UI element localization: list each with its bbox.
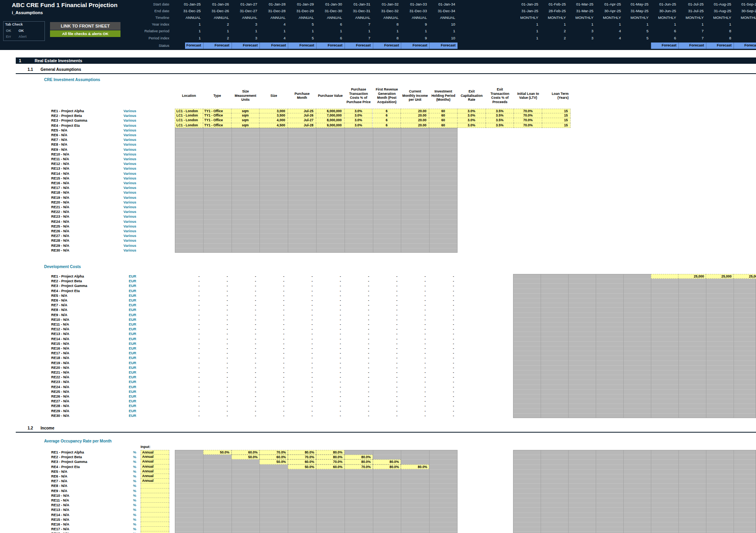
cre-value-cell[interactable]: Jul-28 bbox=[288, 123, 316, 128]
occupancy-value-cell[interactable]: 50.0% bbox=[203, 450, 232, 455]
cre-value-cell[interactable]: 7,000,000 bbox=[316, 113, 345, 118]
cre-value-cell[interactable]: Jul-25 bbox=[288, 109, 316, 113]
cre-value-cell[interactable]: 3.0% bbox=[458, 118, 486, 123]
cre-value-cell[interactable]: 60 bbox=[429, 118, 458, 123]
dev-cost-annual-cell: - bbox=[345, 389, 373, 394]
occupancy-value-cell[interactable]: 80.0% bbox=[401, 465, 429, 469]
cre-value-cell[interactable]: 20.00 bbox=[401, 118, 429, 123]
cre-value-cell[interactable]: 20.00 bbox=[401, 109, 429, 113]
cre-value-cell[interactable]: 3.0% bbox=[345, 113, 373, 118]
occupancy-input-cell[interactable]: Annual bbox=[141, 450, 169, 455]
cre-value-cell[interactable]: 9,000,000 bbox=[316, 123, 345, 128]
cre-value-cell[interactable]: 8,000,000 bbox=[316, 118, 345, 123]
cre-value-cell[interactable]: 60 bbox=[429, 109, 458, 113]
occupancy-value-cell[interactable]: 80.0% bbox=[316, 455, 345, 459]
tab-check-ok-value: OK bbox=[19, 29, 24, 33]
occupancy-value-cell[interactable]: 80.0% bbox=[373, 465, 401, 469]
cre-value-cell[interactable]: 15 bbox=[542, 123, 571, 128]
cre-value-cell[interactable]: 6 bbox=[373, 113, 401, 118]
cre-value-cell[interactable]: 70.0% bbox=[514, 109, 542, 113]
cre-value-cell[interactable]: 6 bbox=[373, 109, 401, 113]
occupancy-value-cell[interactable]: 80.0% bbox=[345, 455, 373, 459]
cre-value-cell[interactable]: 3,500 bbox=[259, 113, 288, 118]
cre-value-cell[interactable]: 3.0% bbox=[458, 123, 486, 128]
occupancy-input-cell[interactable] bbox=[141, 531, 169, 533]
occupancy-input-cell[interactable] bbox=[141, 498, 169, 503]
occupancy-value-cell[interactable]: 70.0% bbox=[288, 455, 316, 459]
cre-value-cell[interactable]: 3,000 bbox=[259, 109, 288, 113]
occupancy-input-cell[interactable]: Annual bbox=[141, 455, 169, 459]
occupancy-input-cell[interactable]: Annual bbox=[141, 459, 169, 464]
occupancy-input-cell[interactable] bbox=[141, 517, 169, 522]
occupancy-value-cell[interactable]: 60.0% bbox=[288, 459, 316, 464]
cre-value-cell[interactable]: 15 bbox=[542, 113, 571, 118]
cre-value-cell[interactable]: 3.0% bbox=[458, 113, 486, 118]
occupancy-value-cell[interactable]: 50.0% bbox=[288, 465, 316, 469]
occupancy-value-cell[interactable]: 80.0% bbox=[316, 450, 345, 455]
cre-value-cell[interactable]: 6,000,000 bbox=[316, 109, 345, 113]
cre-value-cell[interactable]: TY1 - Office bbox=[203, 118, 232, 123]
cre-value-cell[interactable]: 70.0% bbox=[514, 113, 542, 118]
occupancy-input-cell[interactable] bbox=[141, 527, 169, 531]
occupancy-value-cell[interactable]: 70.0% bbox=[259, 450, 288, 455]
occupancy-input-cell[interactable] bbox=[141, 507, 169, 512]
cre-value-cell[interactable]: Jul-27 bbox=[288, 118, 316, 123]
cre-value-cell[interactable]: LC1 - London bbox=[175, 118, 203, 123]
occupancy-input-cell[interactable] bbox=[141, 522, 169, 527]
occupancy-value-cell[interactable]: 70.0% bbox=[316, 459, 345, 464]
dev-cost-input-cell[interactable]: 25,000 bbox=[678, 274, 706, 279]
cre-value-cell[interactable]: TY1 - Office bbox=[203, 123, 232, 128]
occupancy-input-cell[interactable]: Annual bbox=[141, 474, 169, 479]
cre-value-cell[interactable]: 3.5% bbox=[486, 123, 514, 128]
cre-value-cell[interactable]: 3.5% bbox=[486, 118, 514, 123]
cre-value-cell[interactable]: sqm bbox=[232, 123, 260, 128]
occupancy-value-cell[interactable]: 50.0% bbox=[259, 459, 288, 464]
occupancy-value-cell[interactable]: 60.0% bbox=[316, 465, 345, 469]
occupancy-input-cell[interactable] bbox=[141, 489, 169, 493]
occupancy-value-cell[interactable]: 60.0% bbox=[259, 455, 288, 459]
cre-value-cell[interactable]: 20.00 bbox=[401, 123, 429, 128]
cre-value-cell[interactable]: 60 bbox=[429, 123, 458, 128]
cre-value-cell[interactable]: 15 bbox=[542, 109, 571, 113]
cre-value-cell[interactable]: 70.0% bbox=[514, 123, 542, 128]
cre-value-cell[interactable]: 6 bbox=[373, 118, 401, 123]
cre-value-cell[interactable]: 3.0% bbox=[345, 123, 373, 128]
cre-value-cell[interactable]: 6 bbox=[373, 123, 401, 128]
occupancy-input-cell[interactable]: Annual bbox=[141, 465, 169, 469]
occupancy-value-cell[interactable]: 70.0% bbox=[345, 465, 373, 469]
dev-cost-input-cell[interactable]: 25,000 bbox=[734, 274, 756, 279]
cre-value-cell[interactable]: 3.0% bbox=[458, 109, 486, 113]
occupancy-value-cell[interactable]: 80.0% bbox=[345, 459, 373, 464]
cre-value-cell[interactable]: LC1 - London bbox=[175, 113, 203, 118]
occupancy-value-cell[interactable]: 80.0% bbox=[373, 459, 401, 464]
cre-value-cell[interactable]: TY1 - Office bbox=[203, 109, 232, 113]
occupancy-input-cell[interactable]: Annual bbox=[141, 479, 169, 483]
cre-value-cell[interactable]: sqm bbox=[232, 118, 260, 123]
cre-value-cell[interactable]: sqm bbox=[232, 113, 260, 118]
occupancy-value-cell[interactable]: 80.0% bbox=[288, 450, 316, 455]
cre-value-cell[interactable]: LC1 - London bbox=[175, 109, 203, 113]
occupancy-input-cell[interactable] bbox=[141, 503, 169, 507]
occupancy-input-cell[interactable] bbox=[141, 513, 169, 517]
cre-value-cell[interactable]: LC1 - London bbox=[175, 123, 203, 128]
cre-value-cell[interactable]: 70.0% bbox=[514, 118, 542, 123]
occupancy-value-cell[interactable]: 60.0% bbox=[232, 450, 260, 455]
occupancy-value-cell[interactable]: 50.0% bbox=[232, 455, 260, 459]
cre-value-cell[interactable]: 15 bbox=[542, 118, 571, 123]
occupancy-input-cell[interactable] bbox=[141, 493, 169, 498]
cre-value-cell[interactable]: 3.0% bbox=[345, 118, 373, 123]
cre-value-cell[interactable]: 3.5% bbox=[486, 113, 514, 118]
cre-value-cell[interactable]: 3.5% bbox=[486, 109, 514, 113]
cre-value-cell[interactable]: 4,500 bbox=[259, 123, 288, 128]
cre-value-cell[interactable]: TY1 - Office bbox=[203, 113, 232, 118]
dev-cost-input-cell[interactable] bbox=[651, 274, 678, 279]
cre-value-cell[interactable]: sqm bbox=[232, 109, 260, 113]
cre-value-cell[interactable]: 20.00 bbox=[401, 113, 429, 118]
occupancy-input-cell[interactable]: Annual bbox=[141, 469, 169, 474]
dev-cost-input-cell[interactable]: 25,000 bbox=[706, 274, 734, 279]
cre-value-cell[interactable]: 3.0% bbox=[345, 109, 373, 113]
cre-value-cell[interactable]: 60 bbox=[429, 113, 458, 118]
cre-value-cell[interactable]: Jul-26 bbox=[288, 113, 316, 118]
occupancy-input-cell[interactable] bbox=[141, 483, 169, 488]
cre-value-cell[interactable]: 4,000 bbox=[259, 118, 288, 123]
